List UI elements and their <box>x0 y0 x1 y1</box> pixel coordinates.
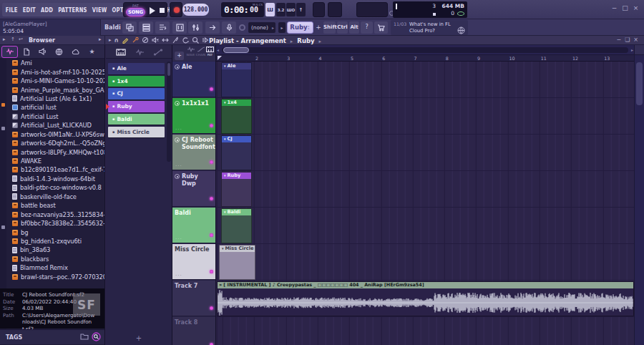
track-header-track-7[interactable]: Track 7 <box>172 281 216 316</box>
browser-item[interactable]: bg <box>6 228 105 236</box>
playlist-clip-ale[interactable]: ▾Ale <box>221 62 252 97</box>
track-header-track-8[interactable]: Track 8 <box>172 317 216 345</box>
tempo-display[interactable]: 128.000 <box>182 4 209 16</box>
browser-item[interactable]: artworks-6Dqh2mL..-Q5oZNg-original <box>6 139 105 147</box>
track-mode-icon[interactable] <box>175 101 180 106</box>
picker-panel-button[interactable] <box>122 21 137 34</box>
piano-roll-button[interactable] <box>155 21 170 34</box>
picker-clip-ruby[interactable]: ▪Ruby <box>108 101 165 112</box>
tab-globe[interactable] <box>51 46 67 58</box>
picker-clip-ale[interactable]: ▪Ale <box>108 63 165 74</box>
timeline-ruler[interactable]: 2345678910111213 <box>216 55 634 62</box>
track-status-led[interactable] <box>210 197 213 200</box>
browser-item[interactable]: baldi-1.4.3-windows-64bit <box>6 175 105 183</box>
browser-item[interactable]: blackbars <box>6 255 105 263</box>
browser-item[interactable]: Ami-s-MINI-Games-10-10-2025 <box>6 77 105 85</box>
menu-file[interactable]: FILE <box>6 6 18 14</box>
selected-channel-label[interactable]: Baldi <box>104 24 121 31</box>
minimize-button[interactable]: − <box>610 4 618 11</box>
picker-clip-baldi[interactable]: ▪Baldi <box>108 114 165 125</box>
track-status-led[interactable] <box>210 306 213 310</box>
browser-item[interactable]: Artificial Lust <box>6 112 105 121</box>
vertical-scrollbar[interactable] <box>634 45 644 345</box>
clip-menu-icon[interactable]: ▾ <box>224 100 226 105</box>
picker-tab-automation[interactable] <box>154 45 162 59</box>
playlist-close-icon[interactable]: × <box>633 37 638 43</box>
clip-menu-icon[interactable]: ▾ <box>222 246 224 251</box>
browser-item[interactable]: Artificial Lust (Ale & 1x1) <box>6 94 105 103</box>
playlist-crumb[interactable]: Ruby <box>297 37 314 44</box>
one-click-record-button[interactable] <box>205 21 220 34</box>
audio-clip-instrumental[interactable]: » [ INSTRUMENTAL ] ♪ Creepypastas _ □□□□… <box>217 281 634 316</box>
pattern-selector[interactable]: Ruby: <box>287 21 313 34</box>
song-mode-button[interactable]: SONG <box>126 8 145 16</box>
playlist-minimize-icon[interactable]: − <box>616 37 621 43</box>
browser-item[interactable]: Blammed Remix <box>6 263 105 272</box>
playlist-maximize-icon[interactable]: ❏ <box>625 37 630 43</box>
controller-dropdown[interactable]: (none)▸ <box>248 22 275 33</box>
add-pattern-button[interactable]: + <box>315 21 322 34</box>
select-tool-icon[interactable] <box>182 37 189 44</box>
browser-item[interactable]: Ami <box>6 59 105 67</box>
scroll-right-icon[interactable]: ▸ <box>631 47 633 52</box>
browser-item[interactable]: Ami-is-hot-asf-mf-10-10-2025 <box>6 67 105 76</box>
menu-patterns[interactable]: PATTERNS <box>58 6 87 14</box>
browser-item[interactable]: baldi-ptbr-cso-windows-v0.8 <box>6 183 105 192</box>
menu-edit[interactable]: EDIT <box>23 6 36 14</box>
track-header-ruby-dwp[interactable]: Ruby Dwp <box>172 171 216 207</box>
picker-scrollbar[interactable] <box>167 62 171 162</box>
browser-item[interactable]: bg_hidden1-zxqvu6ti <box>6 237 105 246</box>
menu-view[interactable]: VIEW <box>92 6 107 14</box>
playlist-clip-baldi[interactable]: ▾Baldi <box>221 208 252 243</box>
blend-notes-button[interactable]: ШО <box>286 3 296 16</box>
track-mode-icon[interactable] <box>175 64 180 69</box>
browser-item[interactable]: artworks-I8LPFy..KMHQw-t1080x1080 <box>6 147 105 156</box>
paint-tool-icon[interactable] <box>132 37 139 44</box>
track-status-led[interactable] <box>210 124 213 127</box>
picker-clip-cj[interactable]: ▪CJ <box>108 88 165 99</box>
scroll-left-icon[interactable]: ◂ <box>217 47 219 52</box>
track-header-cj-reboot-soundfont[interactable]: CJ Reboot Soundfont··· <box>172 135 216 170</box>
maximize-button[interactable]: □ <box>621 4 629 11</box>
news-banner[interactable]: 11/03 What's new in FL Cloud Pro? <box>391 20 468 35</box>
browser-item[interactable]: Anime_Purple_mask_boy_GALACTIC <box>6 85 105 94</box>
step-edit-button[interactable]: ↑ <box>296 3 306 16</box>
ctrl-key-button[interactable]: Ctrl <box>337 21 348 34</box>
track-status-led[interactable] <box>210 87 213 91</box>
play-button[interactable] <box>150 7 155 14</box>
countdown-button[interactable]: 3.2 <box>276 3 286 16</box>
track-mode-icon[interactable] <box>175 137 180 142</box>
tab-sounds[interactable] <box>34 46 51 58</box>
slip-tool-icon[interactable] <box>162 37 169 44</box>
browser-up-icon[interactable]: ↑ <box>11 37 15 42</box>
delete-tool-icon[interactable] <box>142 37 149 44</box>
tab-wave[interactable]: WAVE <box>185 47 196 57</box>
browser-item[interactable]: Artificial_Lust_KLICKAUD <box>6 121 105 130</box>
track-header-1x1x1x1[interactable]: 1x1x1x1··· <box>172 98 216 134</box>
vscroll-thumb[interactable] <box>636 62 643 105</box>
browser-item[interactable]: bin_38a63 <box>6 246 105 254</box>
browser-back-icon[interactable]: ↩ <box>19 37 23 42</box>
browser-menu-icon[interactable]: ▸ <box>3 37 6 42</box>
plugin-picker-button[interactable] <box>188 21 203 34</box>
playback-tool-icon[interactable] <box>202 37 209 44</box>
shop-button[interactable] <box>374 21 388 34</box>
track-mode-icon[interactable] <box>175 174 180 179</box>
add-track-button[interactable]: + <box>175 52 184 60</box>
browser-item[interactable]: artificial lust <box>6 103 105 112</box>
track-header-miss-circle[interactable]: Miss Circle··· <box>172 244 216 280</box>
playlist-grid[interactable]: ◂ ▸ 2345678910111213 ▾Ale▾1x4▾CJ▾Ruby▾Ba… <box>216 45 634 345</box>
playlist-clip-1x4[interactable]: ▾1x4 <box>221 99 252 134</box>
clip-menu-icon[interactable]: ▾ <box>224 137 226 141</box>
playhead-marker[interactable] <box>218 56 222 60</box>
channel-rack-button[interactable] <box>139 21 153 34</box>
browser-collapse-icon[interactable]: ▸ <box>99 37 102 42</box>
folder-icon[interactable] <box>80 333 89 340</box>
track-header-baldi[interactable]: Baldi··· <box>172 208 216 243</box>
clip-menu-icon[interactable]: ▾ <box>224 64 226 68</box>
shift-key-button[interactable]: Shift <box>323 21 336 34</box>
browser-item[interactable]: artworks-0lM1aNr..U-XPS6sw-original <box>6 130 105 139</box>
browser-item[interactable]: bf0bbc78c3838e2..3545632-vg3udj2x <box>6 219 105 228</box>
picker-tab-patterns[interactable] <box>116 45 126 59</box>
picker-clip-miss-circle[interactable]: ▪Miss Circle <box>108 127 165 138</box>
